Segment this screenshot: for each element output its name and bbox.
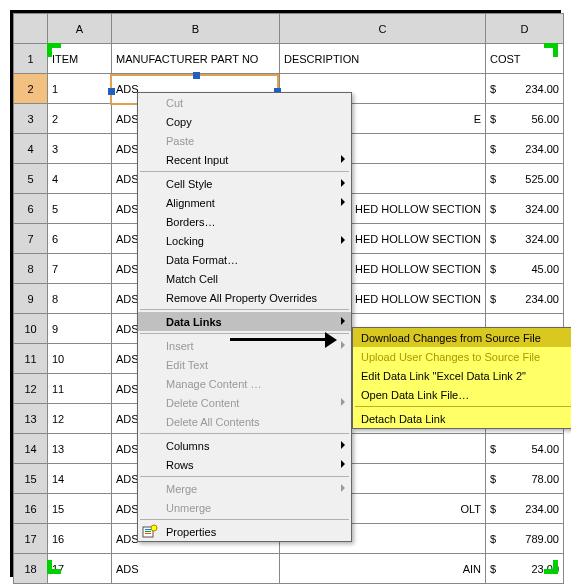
cell-cost[interactable]: $234.00 [486, 74, 564, 104]
cell-item[interactable]: 3 [48, 134, 112, 164]
chevron-right-icon [341, 398, 345, 406]
cell-item[interactable]: 11 [48, 374, 112, 404]
row-header[interactable]: 14 [14, 434, 48, 464]
data-links-submenu: Download Changes from Source File Upload… [352, 327, 571, 429]
row-header[interactable]: 13 [14, 404, 48, 434]
menu-match-cell[interactable]: Match Cell [138, 269, 351, 288]
menu-insert[interactable]: Insert [138, 336, 351, 355]
cell-part[interactable]: ADS [112, 554, 280, 584]
cell-desc[interactable]: AIN [280, 554, 486, 584]
menu-cell-style[interactable]: Cell Style [138, 174, 351, 193]
row-header[interactable]: 4 [14, 134, 48, 164]
menu-rows[interactable]: Rows [138, 455, 351, 474]
header-item[interactable]: ITEM [48, 44, 112, 74]
row-header[interactable]: 18 [14, 554, 48, 584]
cell-item[interactable]: 8 [48, 284, 112, 314]
row-header[interactable]: 5 [14, 164, 48, 194]
cell-item[interactable]: 13 [48, 434, 112, 464]
menu-columns[interactable]: Columns [138, 436, 351, 455]
col-header-b[interactable]: B [112, 14, 280, 44]
menu-paste[interactable]: Paste [138, 131, 351, 150]
row-header[interactable]: 8 [14, 254, 48, 284]
header-part[interactable]: MANUFACTURER PART NO [112, 44, 280, 74]
menu-locking[interactable]: Locking [138, 231, 351, 250]
label: Copy [166, 116, 192, 128]
label: Edit Data Link "Excel Data Link 2" [361, 370, 526, 382]
cell-cost[interactable]: $78.00 [486, 464, 564, 494]
row-header[interactable]: 17 [14, 524, 48, 554]
row-header[interactable]: 11 [14, 344, 48, 374]
col-header-c[interactable]: C [280, 14, 486, 44]
cell-item[interactable]: 14 [48, 464, 112, 494]
label: Columns [166, 440, 209, 452]
row-header[interactable]: 1 [14, 44, 48, 74]
header-cost[interactable]: COST [486, 44, 564, 74]
menu-manage-content[interactable]: Manage Content … [138, 374, 351, 393]
row-header[interactable]: 15 [14, 464, 48, 494]
cell-item[interactable]: 6 [48, 224, 112, 254]
label: Cell Style [166, 178, 212, 190]
cell-item[interactable]: 4 [48, 164, 112, 194]
cell-item[interactable]: 16 [48, 524, 112, 554]
row-header[interactable]: 2 [14, 74, 48, 104]
context-menu: Cut Copy Paste Recent Input Cell Style A… [137, 92, 352, 542]
menu-data-format[interactable]: Data Format… [138, 250, 351, 269]
label: Recent Input [166, 154, 228, 166]
chevron-right-icon [341, 317, 345, 325]
cell-cost[interactable]: $789.00 [486, 524, 564, 554]
cell-item[interactable]: 7 [48, 254, 112, 284]
cell-item[interactable]: 5 [48, 194, 112, 224]
menu-data-links[interactable]: Data Links [138, 312, 351, 331]
menu-unmerge[interactable]: Unmerge [138, 498, 351, 517]
cell-item[interactable]: 17 [48, 554, 112, 584]
menu-edit-text[interactable]: Edit Text [138, 355, 351, 374]
submenu-open-file[interactable]: Open Data Link File… [353, 385, 571, 404]
menu-recent-input[interactable]: Recent Input [138, 150, 351, 169]
svg-rect-3 [145, 533, 151, 534]
row-header[interactable]: 3 [14, 104, 48, 134]
cell-item[interactable]: 10 [48, 344, 112, 374]
col-header-a[interactable]: A [48, 14, 112, 44]
cell-cost[interactable]: $234.00 [486, 134, 564, 164]
row-header[interactable]: 16 [14, 494, 48, 524]
separator [140, 476, 349, 477]
cell-item[interactable]: 15 [48, 494, 112, 524]
cell-cost[interactable]: $525.00 [486, 164, 564, 194]
separator [140, 433, 349, 434]
cell-cost[interactable]: $45.00 [486, 254, 564, 284]
label: Data Links [166, 316, 222, 328]
chevron-right-icon [341, 441, 345, 449]
cell-cost[interactable]: $54.00 [486, 434, 564, 464]
corner-cell[interactable] [14, 14, 48, 44]
cell-cost[interactable]: $23.00 [486, 554, 564, 584]
menu-copy[interactable]: Copy [138, 112, 351, 131]
cell-item[interactable]: 2 [48, 104, 112, 134]
row-header[interactable]: 12 [14, 374, 48, 404]
submenu-detach[interactable]: Detach Data Link [353, 409, 571, 428]
submenu-edit-link[interactable]: Edit Data Link "Excel Data Link 2" [353, 366, 571, 385]
row-header[interactable]: 7 [14, 224, 48, 254]
menu-cut[interactable]: Cut [138, 93, 351, 112]
cell-cost[interactable]: $234.00 [486, 494, 564, 524]
cell-cost[interactable]: $234.00 [486, 284, 564, 314]
menu-delete-content[interactable]: Delete Content [138, 393, 351, 412]
menu-alignment[interactable]: Alignment [138, 193, 351, 212]
menu-borders[interactable]: Borders… [138, 212, 351, 231]
cell-item[interactable]: 1 [48, 74, 112, 104]
cell-cost[interactable]: $56.00 [486, 104, 564, 134]
col-header-d[interactable]: D [486, 14, 564, 44]
row-header[interactable]: 6 [14, 194, 48, 224]
cell-cost[interactable]: $324.00 [486, 224, 564, 254]
header-desc[interactable]: DESCRIPTION [280, 44, 486, 74]
row-header[interactable]: 10 [14, 314, 48, 344]
cell-item[interactable]: 9 [48, 314, 112, 344]
cell-item[interactable]: 12 [48, 404, 112, 434]
menu-merge[interactable]: Merge [138, 479, 351, 498]
menu-delete-all[interactable]: Delete All Contents [138, 412, 351, 431]
menu-properties[interactable]: Properties [138, 522, 351, 541]
cell-cost[interactable]: $324.00 [486, 194, 564, 224]
submenu-download-changes[interactable]: Download Changes from Source File [353, 328, 571, 347]
submenu-upload-changes[interactable]: Upload User Changes to Source File [353, 347, 571, 366]
menu-remove-overrides[interactable]: Remove All Property Overrides [138, 288, 351, 307]
row-header[interactable]: 9 [14, 284, 48, 314]
